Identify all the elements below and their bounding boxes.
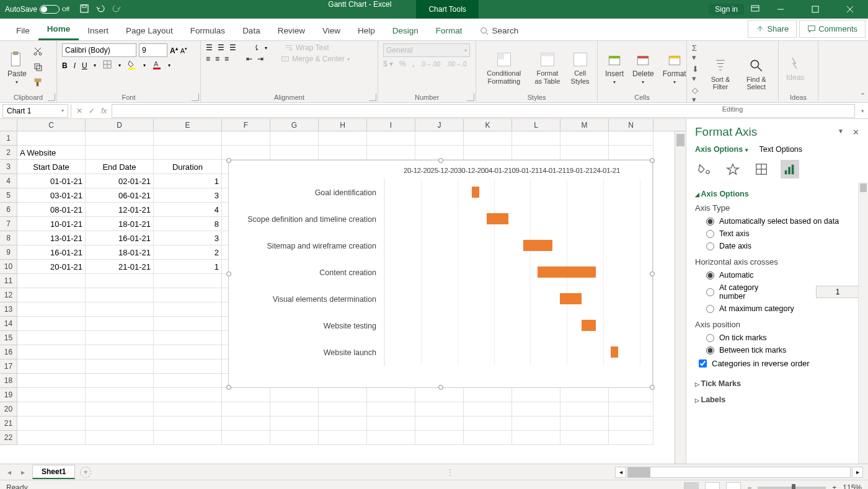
- cell[interactable]: [17, 331, 86, 345]
- tab-formulas[interactable]: Formulas: [182, 21, 234, 40]
- column-header[interactable]: E: [154, 119, 222, 131]
- increase-decimal-icon[interactable]: .0→.00: [420, 61, 440, 68]
- autosave-toggle[interactable]: AutoSave Off: [0, 5, 74, 14]
- cell[interactable]: [154, 388, 222, 402]
- row-header[interactable]: 11: [0, 274, 17, 288]
- tab-file[interactable]: File: [7, 21, 38, 40]
- row-header[interactable]: 4: [0, 174, 17, 188]
- tab-home[interactable]: Home: [38, 19, 79, 40]
- tick-marks-section[interactable]: Tick Marks: [695, 376, 859, 392]
- cell[interactable]: [17, 274, 86, 288]
- align-bottom-icon[interactable]: ☰: [229, 43, 236, 52]
- column-header[interactable]: H: [319, 119, 367, 131]
- cell[interactable]: [154, 146, 222, 160]
- sort-filter-button[interactable]: Sort & Filter: [705, 56, 735, 92]
- fill-color-button[interactable]: [127, 59, 137, 71]
- cell[interactable]: [270, 146, 319, 160]
- cell[interactable]: [512, 402, 560, 416]
- page-layout-view-button[interactable]: [705, 482, 720, 489]
- cell[interactable]: [609, 416, 653, 431]
- cell[interactable]: [86, 431, 154, 445]
- cell[interactable]: End Date: [86, 160, 154, 174]
- cell[interactable]: 06-01-21: [86, 188, 154, 203]
- cell[interactable]: [560, 146, 609, 160]
- cell[interactable]: [319, 416, 367, 431]
- cell[interactable]: [464, 416, 512, 431]
- cell[interactable]: 18-01-21: [86, 245, 154, 260]
- row-header[interactable]: 7: [0, 217, 17, 231]
- on-tick-marks-radio[interactable]: On tick marks: [695, 332, 859, 344]
- cell[interactable]: [222, 388, 270, 402]
- row-header[interactable]: 9: [0, 245, 17, 260]
- hscroll-left[interactable]: ◂: [615, 467, 626, 478]
- tab-design[interactable]: Design: [384, 21, 427, 40]
- cell[interactable]: 10-01-21: [17, 217, 86, 231]
- ribbon-display-icon[interactable]: [750, 4, 760, 15]
- row-header[interactable]: 13: [0, 302, 17, 317]
- cell[interactable]: 08-01-21: [17, 203, 86, 217]
- row-header[interactable]: 5: [0, 188, 17, 203]
- sheet-tab-sheet1[interactable]: Sheet1: [32, 465, 75, 479]
- cell[interactable]: [17, 388, 86, 402]
- row-header[interactable]: 1: [0, 131, 17, 146]
- cell[interactable]: [17, 402, 86, 416]
- cell[interactable]: [464, 402, 512, 416]
- cell[interactable]: [154, 131, 222, 146]
- cut-icon[interactable]: [33, 46, 43, 58]
- format-cells-button[interactable]: Format▾: [660, 50, 689, 86]
- cell[interactable]: [86, 345, 154, 359]
- cell[interactable]: [86, 402, 154, 416]
- normal-view-button[interactable]: [684, 482, 699, 489]
- cell[interactable]: [17, 416, 86, 431]
- redo-icon[interactable]: [112, 4, 122, 15]
- tab-format[interactable]: Format: [427, 21, 471, 40]
- cell[interactable]: [415, 402, 464, 416]
- hscroll-right[interactable]: ▸: [852, 467, 863, 478]
- cell[interactable]: [17, 345, 86, 359]
- cell[interactable]: [17, 374, 86, 388]
- row-header[interactable]: 22: [0, 431, 17, 445]
- row-header[interactable]: 20: [0, 402, 17, 416]
- cell[interactable]: 13-01-21: [17, 231, 86, 245]
- column-header[interactable]: J: [415, 119, 464, 131]
- cancel-formula-icon[interactable]: ✕: [76, 107, 82, 115]
- crosses-at-max-radio[interactable]: At maximum category: [695, 302, 859, 315]
- horizontal-scrollbar[interactable]: [627, 467, 851, 478]
- paste-button[interactable]: Paste ▾: [5, 50, 29, 86]
- cell[interactable]: 20-01-21: [17, 260, 86, 274]
- format-painter-icon[interactable]: [33, 77, 43, 89]
- cell[interactable]: 16-01-21: [86, 231, 154, 245]
- cell[interactable]: [367, 402, 415, 416]
- chart-bar[interactable]: [611, 346, 618, 358]
- chart-bar[interactable]: [582, 320, 596, 331]
- insert-cells-button[interactable]: Insert▾: [603, 50, 626, 86]
- select-all-corner[interactable]: [0, 119, 17, 131]
- italic-button[interactable]: I: [74, 61, 76, 70]
- cell[interactable]: 1: [154, 174, 222, 188]
- cell[interactable]: [512, 416, 560, 431]
- cell[interactable]: [464, 131, 512, 146]
- expand-formula-bar-icon[interactable]: ▾: [857, 108, 868, 114]
- font-color-button[interactable]: A: [152, 59, 162, 71]
- axis-options-section[interactable]: Axis Options: [695, 186, 859, 202]
- axis-type-text-radio[interactable]: Text axis: [695, 227, 859, 240]
- share-button[interactable]: Share: [748, 20, 797, 38]
- cell[interactable]: [222, 131, 270, 146]
- zoom-slider[interactable]: [758, 487, 826, 489]
- row-header[interactable]: 14: [0, 317, 17, 331]
- comma-format-icon[interactable]: ,: [412, 59, 414, 68]
- cell[interactable]: [319, 131, 367, 146]
- cell[interactable]: [86, 388, 154, 402]
- cell[interactable]: [17, 317, 86, 331]
- cell[interactable]: 02-01-21: [86, 174, 154, 188]
- cell[interactable]: [319, 388, 367, 402]
- cell[interactable]: [270, 402, 319, 416]
- decrease-decimal-icon[interactable]: .00→.0: [446, 61, 466, 68]
- cell[interactable]: [154, 374, 222, 388]
- cell-styles-button[interactable]: Cell Styles: [568, 50, 592, 86]
- sign-in-button[interactable]: Sign in: [709, 4, 744, 15]
- fill-line-icon[interactable]: [695, 160, 714, 178]
- cell[interactable]: Duration: [154, 160, 222, 174]
- labels-section[interactable]: Labels: [695, 392, 859, 408]
- column-header[interactable]: M: [560, 119, 609, 131]
